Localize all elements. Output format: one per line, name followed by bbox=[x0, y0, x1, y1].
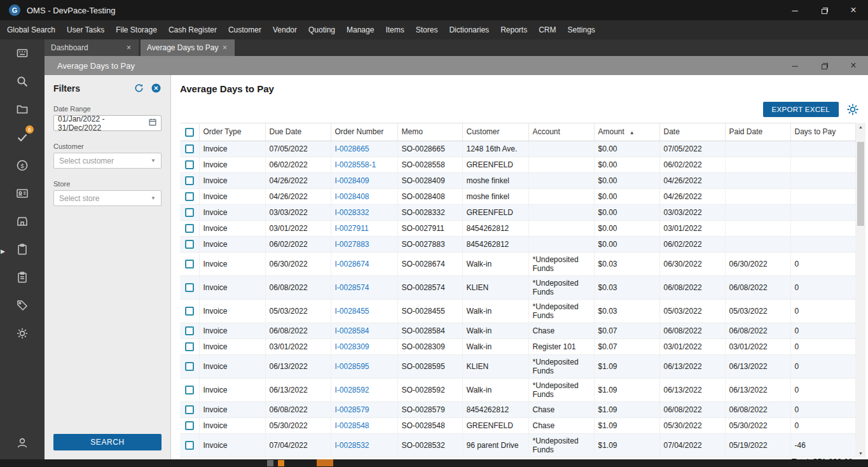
menu-dictionaries[interactable]: Dictionaries bbox=[443, 20, 495, 39]
order-number-link[interactable]: I-0028584 bbox=[331, 323, 397, 338]
export-excel-button[interactable]: EXPORT EXCEL bbox=[763, 102, 839, 117]
col-due-date[interactable]: Due Date bbox=[265, 123, 331, 141]
menu-user-tasks[interactable]: User Tasks bbox=[61, 20, 110, 39]
order-number-link[interactable]: I-0028532 bbox=[331, 433, 397, 457]
row-checkbox[interactable] bbox=[185, 240, 194, 249]
tab-close-icon[interactable]: × bbox=[125, 43, 132, 52]
col-days-to-pay[interactable]: Days to Pay bbox=[790, 123, 855, 141]
col-account[interactable]: Account bbox=[528, 123, 594, 141]
order-number-link[interactable]: I-0028309 bbox=[331, 338, 397, 354]
date-range-input[interactable]: 01/Jan/2022 - 31/Dec/2022 bbox=[53, 115, 162, 131]
close-button[interactable]: × bbox=[839, 0, 868, 20]
money-icon[interactable]: $ bbox=[0, 151, 45, 179]
row-checkbox[interactable] bbox=[185, 441, 194, 450]
col-customer[interactable]: Customer bbox=[462, 123, 528, 141]
order-number-link[interactable]: I-0028595 bbox=[331, 354, 397, 378]
menu-reports[interactable]: Reports bbox=[495, 20, 533, 39]
tag-icon[interactable] bbox=[0, 291, 45, 319]
vertical-scrollbar[interactable]: ▲ ▼ bbox=[856, 123, 865, 457]
row-checkbox[interactable] bbox=[185, 405, 194, 414]
tab-dashboard[interactable]: Dashboard × bbox=[45, 39, 139, 56]
row-checkbox[interactable] bbox=[185, 208, 194, 217]
row-checkbox[interactable] bbox=[185, 260, 194, 268]
select-all-checkbox[interactable] bbox=[185, 128, 194, 137]
store-icon[interactable] bbox=[0, 207, 45, 235]
sidebar-expand-icon[interactable]: ▶ bbox=[1, 248, 5, 254]
taskbar-icon[interactable] bbox=[278, 460, 284, 466]
col-date[interactable]: Date bbox=[659, 123, 725, 141]
minimize-button[interactable]: ─ bbox=[780, 0, 809, 20]
row-checkbox[interactable] bbox=[185, 326, 194, 335]
calendar-icon[interactable] bbox=[148, 118, 157, 129]
order-number-link[interactable]: I-0028674 bbox=[331, 252, 397, 275]
col-order-type[interactable]: Order Type bbox=[199, 123, 265, 141]
scroll-up-icon[interactable]: ▲ bbox=[856, 123, 865, 131]
menu-cash-register[interactable]: Cash Register bbox=[163, 20, 223, 39]
order-number-link[interactable]: I-0028548 bbox=[331, 417, 397, 433]
inner-restore-button[interactable] bbox=[809, 56, 839, 75]
inner-window-titlebar[interactable]: Average Days to Pay ─ × bbox=[45, 56, 868, 75]
clipboard-list-icon[interactable] bbox=[0, 263, 45, 291]
menu-vendor[interactable]: Vendor bbox=[267, 20, 303, 39]
dashboard-icon[interactable] bbox=[0, 39, 45, 67]
menu-file-storage[interactable]: File Storage bbox=[110, 20, 163, 39]
window-titlebar[interactable]: G OMS - DevPace-Testing ─ × bbox=[0, 0, 868, 20]
row-checkbox[interactable] bbox=[185, 386, 194, 394]
store-select[interactable]: Select store ▼ bbox=[53, 190, 162, 206]
gear-icon[interactable] bbox=[0, 319, 45, 347]
row-checkbox[interactable] bbox=[185, 176, 194, 185]
col-memo[interactable]: Memo bbox=[397, 123, 462, 141]
tasks-icon[interactable]: 6 bbox=[0, 123, 45, 151]
refresh-icon[interactable] bbox=[134, 83, 144, 94]
order-number-link[interactable]: I-0028665 bbox=[331, 141, 397, 157]
row-checkbox[interactable] bbox=[185, 342, 194, 351]
menu-quoting[interactable]: Quoting bbox=[303, 20, 341, 39]
search-button[interactable]: SEARCH bbox=[53, 434, 162, 450]
order-number-link[interactable]: I-0028409 bbox=[331, 172, 397, 188]
customer-select[interactable]: Select customer ▼ bbox=[53, 153, 162, 169]
folder-icon[interactable] bbox=[0, 95, 45, 123]
clear-filters-icon[interactable] bbox=[151, 83, 162, 94]
grid-settings-gear-icon[interactable] bbox=[846, 103, 859, 116]
orders-icon[interactable] bbox=[0, 235, 45, 263]
order-number-link[interactable]: I-0027883 bbox=[331, 236, 397, 252]
contacts-icon[interactable] bbox=[0, 179, 45, 207]
row-checkbox[interactable] bbox=[185, 144, 194, 153]
menu-customer[interactable]: Customer bbox=[223, 20, 267, 39]
row-checkbox[interactable] bbox=[185, 362, 194, 371]
row-checkbox[interactable] bbox=[185, 224, 194, 233]
order-number-link[interactable]: I-0028408 bbox=[331, 188, 397, 204]
taskbar-icon[interactable] bbox=[317, 459, 333, 466]
order-number-link[interactable]: I-0028332 bbox=[331, 204, 397, 220]
restore-button[interactable] bbox=[809, 0, 839, 20]
col-order-number[interactable]: Order Number bbox=[331, 123, 397, 141]
inner-close-button[interactable]: × bbox=[839, 56, 868, 75]
col-amount[interactable]: Amount▲ bbox=[594, 123, 659, 141]
menu-crm[interactable]: CRM bbox=[533, 20, 561, 39]
order-number-link[interactable]: I-0028558-1 bbox=[331, 157, 397, 172]
order-number-link[interactable]: I-0027911 bbox=[331, 220, 397, 236]
tab-close-icon[interactable]: × bbox=[221, 43, 228, 52]
row-checkbox[interactable] bbox=[185, 307, 194, 316]
scroll-down-icon[interactable]: ▼ bbox=[856, 449, 865, 457]
menu-settings[interactable]: Settings bbox=[561, 20, 600, 39]
row-checkbox[interactable] bbox=[185, 283, 194, 292]
order-number-link[interactable]: I-0028579 bbox=[331, 401, 397, 417]
row-checkbox[interactable] bbox=[185, 192, 194, 201]
user-icon[interactable] bbox=[0, 429, 45, 457]
menu-global-search[interactable]: Global Search bbox=[1, 20, 61, 39]
taskbar-icon[interactable] bbox=[267, 460, 273, 466]
order-number-link[interactable]: I-0028574 bbox=[331, 275, 397, 299]
inner-minimize-button[interactable]: ─ bbox=[780, 56, 809, 75]
tab-average-days-to-pay[interactable]: Average Days to Pay × bbox=[141, 39, 235, 56]
menu-stores[interactable]: Stores bbox=[410, 20, 444, 39]
scrollbar-thumb[interactable] bbox=[857, 142, 864, 226]
row-checkbox[interactable] bbox=[185, 421, 194, 430]
menu-manage[interactable]: Manage bbox=[341, 20, 380, 39]
col-paid-date[interactable]: Paid Date bbox=[725, 123, 790, 141]
order-number-link[interactable]: I-0028455 bbox=[331, 299, 397, 323]
menu-items[interactable]: Items bbox=[380, 20, 410, 39]
search-icon[interactable] bbox=[0, 67, 45, 95]
order-number-link[interactable]: I-0028592 bbox=[331, 378, 397, 401]
row-checkbox[interactable] bbox=[185, 160, 194, 169]
